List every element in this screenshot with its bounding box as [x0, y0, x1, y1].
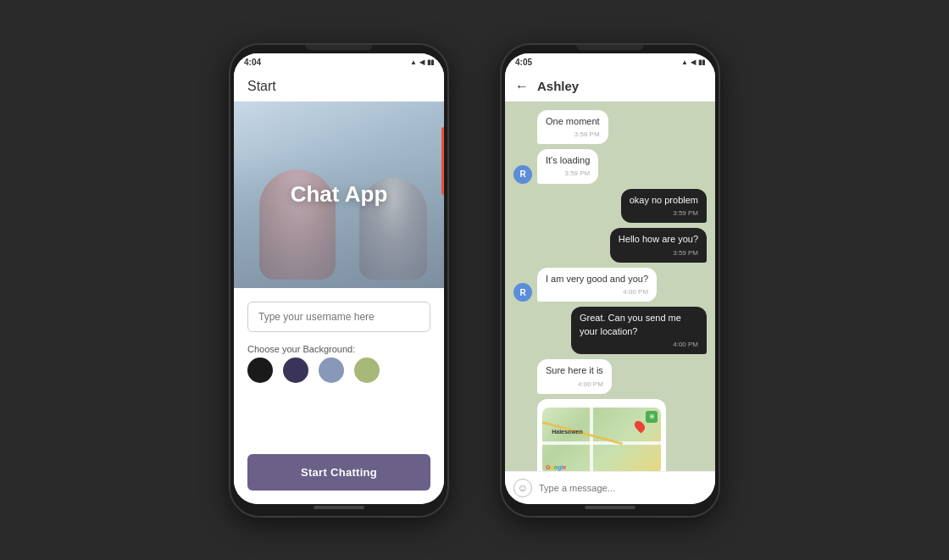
- back-button[interactable]: ←: [515, 79, 529, 94]
- swatch-olive-green[interactable]: [354, 358, 380, 383]
- chat-header: ← Ashley: [505, 72, 715, 102]
- right-phone: 4:05 ▲ ◀ ▮▮ ← Ashley One moment 3:58 PM: [500, 43, 720, 518]
- map-road-h: [542, 441, 661, 445]
- bubble-sent: Great. Can you send me your location? 4:…: [571, 307, 707, 354]
- bubble-map: Halesowen ⊕ Google 4:00 PM: [537, 399, 666, 471]
- message-time: 4:00 PM: [580, 340, 698, 349]
- message-text: It's loading: [546, 155, 590, 165]
- message-time: 4:00 PM: [546, 287, 648, 297]
- left-phone: 4:04 ▲ ◀ ▮▮ Start Chat App Choose your B…: [229, 43, 449, 518]
- bubble-sent: Hello how are you? 3:59 PM: [610, 228, 707, 263]
- red-accent: [441, 127, 444, 195]
- map-town-label: Halesowen: [552, 428, 583, 436]
- chat-input-bar: ☺: [505, 471, 715, 504]
- message-row: Sure here it is 4:00 PM: [513, 359, 707, 394]
- message-row: Halesowen ⊕ Google 4:00 PM: [513, 399, 707, 471]
- message-row: Hello how are you? 3:59 PM: [513, 228, 707, 263]
- chat-contact-name: Ashley: [537, 79, 579, 93]
- bubble-received: Sure here it is 4:00 PM: [537, 359, 612, 394]
- username-input[interactable]: [247, 302, 430, 332]
- status-bar-right: 4:05 ▲ ◀ ▮▮: [505, 53, 715, 72]
- map-preview: Halesowen ⊕ Google: [542, 408, 661, 471]
- bubble-sent: okay no problem 3:59 PM: [621, 189, 707, 224]
- hero-title: Chat App: [291, 181, 388, 208]
- swatch-black[interactable]: [247, 358, 273, 383]
- message-row: okay no problem 3:59 PM: [513, 189, 707, 224]
- emoji-button[interactable]: ☺: [513, 479, 532, 497]
- message-time: 3:59 PM: [546, 169, 590, 178]
- swatch-dark-purple[interactable]: [283, 358, 308, 383]
- bubble-received: I am very good and you? 4:00 PM: [537, 268, 657, 302]
- message-text: One moment: [546, 116, 600, 126]
- map-road-v: [590, 408, 593, 471]
- chat-hero: Chat App: [234, 102, 444, 288]
- status-icons-left: ▲ ◀ ▮▮: [410, 58, 434, 66]
- bg-chooser: Choose your Background:: [247, 344, 430, 383]
- status-bar-left: 4:04 ▲ ◀ ▮▮: [234, 53, 444, 72]
- message-text: Hello how are you?: [619, 234, 698, 244]
- bg-label: Choose your Background:: [247, 344, 430, 354]
- message-input[interactable]: [539, 483, 707, 493]
- message-text: Great. Can you send me your location?: [580, 313, 681, 335]
- swatch-slate-blue[interactable]: [319, 358, 344, 383]
- message-text: Sure here it is: [546, 365, 603, 375]
- message-row: One moment 3:58 PM: [513, 110, 707, 145]
- message-time: 3:59 PM: [619, 248, 698, 258]
- map-location-icon: ⊕: [646, 411, 658, 423]
- avatar: R: [513, 165, 532, 184]
- hero-overlay: [234, 152, 444, 288]
- bubble-received: It's loading 3:59 PM: [537, 149, 598, 184]
- avatar: R: [513, 283, 532, 302]
- chat-form: Choose your Background: Start Chatting: [234, 288, 444, 504]
- chat-messages: One moment 3:58 PM R It's loading 3:59 P…: [505, 102, 715, 471]
- message-row: R It's loading 3:59 PM: [513, 149, 707, 184]
- message-time: 3:58 PM: [546, 130, 600, 139]
- message-text: okay no problem: [630, 195, 698, 205]
- status-icons-right: ▲ ◀ ▮▮: [681, 58, 705, 66]
- color-swatches: [247, 358, 430, 383]
- start-chatting-button[interactable]: Start Chatting: [247, 454, 430, 491]
- map-pin-icon: [633, 419, 647, 433]
- message-row: R I am very good and you? 4:00 PM: [513, 268, 707, 302]
- message-time: 3:59 PM: [630, 208, 698, 218]
- message-text: I am very good and you?: [546, 274, 648, 284]
- google-logo: Google: [546, 463, 566, 470]
- app-header-title: Start: [247, 79, 276, 93]
- message-row: Great. Can you send me your location? 4:…: [513, 307, 707, 354]
- bubble-received: One moment 3:58 PM: [537, 110, 608, 145]
- message-time: 4:00 PM: [546, 380, 603, 389]
- time-left: 4:04: [244, 58, 261, 67]
- time-right: 4:05: [515, 58, 532, 67]
- app-header: Start: [234, 72, 444, 102]
